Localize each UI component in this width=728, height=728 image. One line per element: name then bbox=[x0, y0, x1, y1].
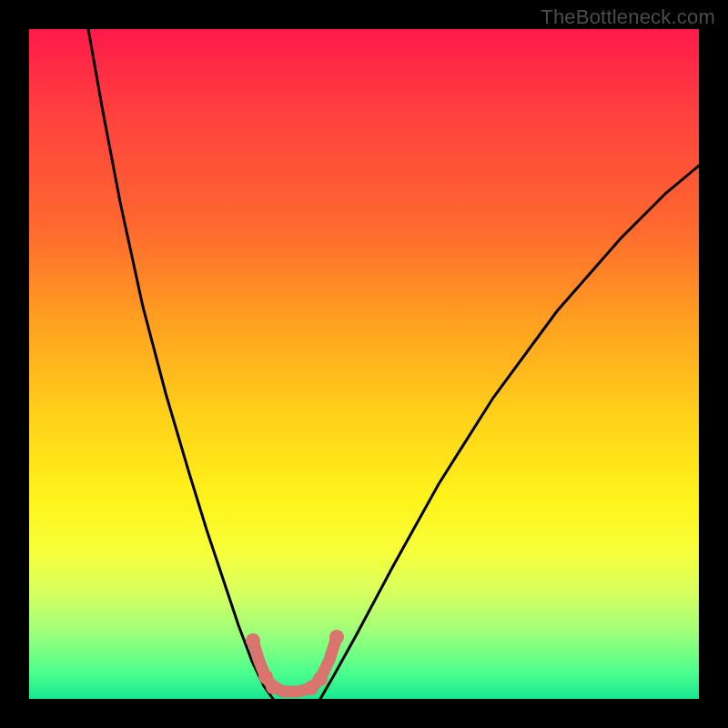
valley-dot bbox=[246, 633, 260, 648]
watermark-text: TheBottleneck.com bbox=[541, 5, 715, 29]
right-curve bbox=[320, 166, 699, 699]
plot-area bbox=[29, 29, 699, 699]
valley-dot bbox=[329, 630, 344, 644]
curve-layer bbox=[29, 29, 699, 699]
valley-dot bbox=[313, 672, 328, 686]
valley-dot bbox=[266, 680, 280, 694]
chart-frame: TheBottleneck.com bbox=[0, 0, 728, 728]
left-curve bbox=[88, 29, 273, 699]
